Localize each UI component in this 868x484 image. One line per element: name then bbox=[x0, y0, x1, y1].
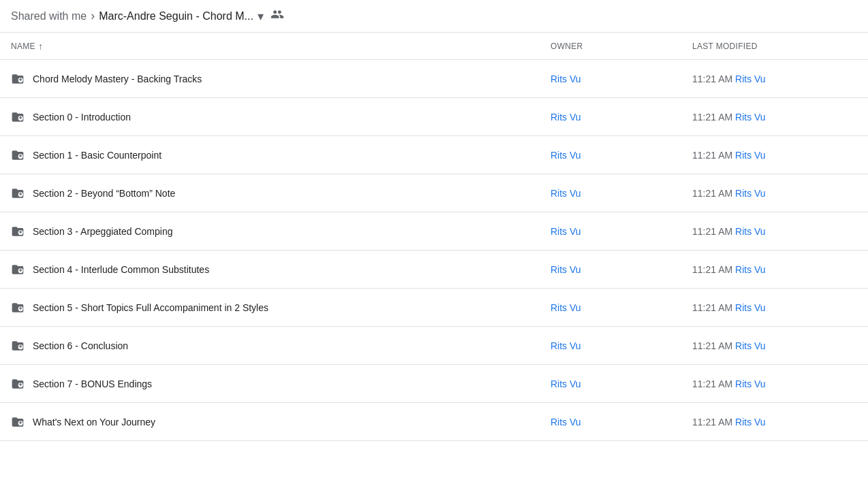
table-row[interactable]: Section 2 - Beyond “Bottom” Note Rits Vu… bbox=[0, 174, 868, 212]
table-row[interactable]: Section 4 - Interlude Common Substitutes… bbox=[0, 251, 868, 289]
breadcrumb-current-label[interactable]: Marc-Andre Seguin - Chord M... bbox=[99, 10, 253, 22]
shared-folder-icon bbox=[11, 263, 25, 276]
row-modified: 11:21 AM Rits Vu bbox=[687, 74, 857, 84]
breadcrumb-shared-with-me[interactable]: Shared with me bbox=[11, 10, 87, 22]
table-header: Name ↑ Owner Last modified bbox=[0, 33, 868, 60]
table-row[interactable]: Chord Melody Mastery - Backing Tracks Ri… bbox=[0, 60, 868, 98]
row-modified-by[interactable]: Rits Vu bbox=[735, 302, 766, 313]
row-modified-time: 11:21 AM bbox=[692, 417, 735, 427]
row-owner[interactable]: Rits Vu bbox=[551, 226, 687, 237]
row-modified-time: 11:21 AM bbox=[692, 378, 735, 389]
row-modified-by[interactable]: Rits Vu bbox=[735, 188, 766, 199]
row-file-name: Section 5 - Short Topics Full Accompanim… bbox=[33, 302, 268, 313]
row-file-name: Section 2 - Beyond “Bottom” Note bbox=[33, 188, 175, 199]
row-modified: 11:21 AM Rits Vu bbox=[687, 378, 857, 389]
shared-folder-icon bbox=[11, 187, 25, 200]
row-modified: 11:21 AM Rits Vu bbox=[687, 264, 857, 275]
shared-folder-icon bbox=[11, 148, 25, 162]
row-modified-time: 11:21 AM bbox=[692, 340, 735, 351]
row-owner[interactable]: Rits Vu bbox=[551, 302, 687, 313]
breadcrumb-dropdown-icon[interactable]: ▾ bbox=[258, 9, 264, 24]
row-file-name: Section 4 - Interlude Common Substitutes bbox=[33, 264, 209, 275]
breadcrumb: Shared with me › Marc-Andre Seguin - Cho… bbox=[0, 0, 868, 33]
table-row[interactable]: Section 5 - Short Topics Full Accompanim… bbox=[0, 289, 868, 327]
row-modified-by[interactable]: Rits Vu bbox=[735, 74, 766, 84]
shared-folder-icon bbox=[11, 72, 25, 86]
row-name-cell: Section 7 - BONUS Endings bbox=[11, 377, 551, 391]
row-modified-by[interactable]: Rits Vu bbox=[735, 417, 766, 427]
row-file-name: Section 6 - Conclusion bbox=[33, 340, 128, 351]
row-file-name: Section 7 - BONUS Endings bbox=[33, 378, 152, 389]
table-row[interactable]: Section 3 - Arpeggiated Comping Rits Vu … bbox=[0, 212, 868, 251]
shared-folder-icon bbox=[11, 339, 25, 353]
row-name-cell: Section 6 - Conclusion bbox=[11, 339, 551, 353]
row-modified-by[interactable]: Rits Vu bbox=[735, 150, 766, 161]
column-last-modified-label: Last modified bbox=[692, 42, 758, 51]
row-modified: 11:21 AM Rits Vu bbox=[687, 417, 857, 427]
row-modified-time: 11:21 AM bbox=[692, 188, 735, 199]
row-owner[interactable]: Rits Vu bbox=[551, 188, 687, 199]
shared-folder-icon bbox=[11, 415, 25, 429]
shared-folder-icon bbox=[11, 225, 25, 238]
row-owner[interactable]: Rits Vu bbox=[551, 378, 687, 389]
row-file-name: Section 0 - Introduction bbox=[33, 112, 131, 123]
column-owner-label: Owner bbox=[551, 42, 583, 51]
row-modified-by[interactable]: Rits Vu bbox=[735, 264, 766, 275]
row-owner[interactable]: Rits Vu bbox=[551, 150, 687, 161]
row-name-cell: Section 5 - Short Topics Full Accompanim… bbox=[11, 301, 551, 314]
row-modified-time: 11:21 AM bbox=[692, 112, 735, 123]
column-owner[interactable]: Owner bbox=[551, 42, 687, 51]
row-name-cell: Section 3 - Arpeggiated Comping bbox=[11, 225, 551, 238]
row-modified: 11:21 AM Rits Vu bbox=[687, 340, 857, 351]
row-modified-time: 11:21 AM bbox=[692, 150, 735, 161]
row-modified: 11:21 AM Rits Vu bbox=[687, 112, 857, 123]
row-file-name: Section 3 - Arpeggiated Comping bbox=[33, 226, 172, 237]
row-modified-by[interactable]: Rits Vu bbox=[735, 340, 766, 351]
row-name-cell: Section 0 - Introduction bbox=[11, 110, 551, 124]
row-name-cell: What's Next on Your Journey bbox=[11, 415, 551, 429]
row-modified-time: 11:21 AM bbox=[692, 264, 735, 275]
row-name-cell: Section 4 - Interlude Common Substitutes bbox=[11, 263, 551, 276]
breadcrumb-separator: › bbox=[89, 9, 96, 23]
row-modified: 11:21 AM Rits Vu bbox=[687, 188, 857, 199]
row-owner[interactable]: Rits Vu bbox=[551, 74, 687, 84]
row-modified-by[interactable]: Rits Vu bbox=[735, 378, 766, 389]
sort-ascending-icon: ↑ bbox=[38, 41, 43, 52]
row-name-cell: Section 1 - Basic Counterpoint bbox=[11, 148, 551, 162]
table-row[interactable]: Section 7 - BONUS Endings Rits Vu 11:21 … bbox=[0, 365, 868, 403]
row-file-name: What's Next on Your Journey bbox=[33, 417, 155, 427]
shared-folder-icon bbox=[11, 377, 25, 391]
row-modified-time: 11:21 AM bbox=[692, 302, 735, 313]
row-modified-by[interactable]: Rits Vu bbox=[735, 112, 766, 123]
row-owner[interactable]: Rits Vu bbox=[551, 112, 687, 123]
table-row[interactable]: Section 0 - Introduction Rits Vu 11:21 A… bbox=[0, 98, 868, 136]
row-modified-by[interactable]: Rits Vu bbox=[735, 226, 766, 237]
table-row[interactable]: What's Next on Your Journey Rits Vu 11:2… bbox=[0, 403, 868, 441]
table-row[interactable]: Section 1 - Basic Counterpoint Rits Vu 1… bbox=[0, 136, 868, 174]
breadcrumb-current-folder: Marc-Andre Seguin - Chord M... ▾ bbox=[99, 7, 284, 25]
row-modified-time: 11:21 AM bbox=[692, 74, 735, 84]
table-row[interactable]: Section 6 - Conclusion Rits Vu 11:21 AM … bbox=[0, 327, 868, 365]
row-modified: 11:21 AM Rits Vu bbox=[687, 150, 857, 161]
shared-folder-icon bbox=[11, 301, 25, 314]
column-name[interactable]: Name ↑ bbox=[11, 41, 551, 52]
row-owner[interactable]: Rits Vu bbox=[551, 417, 687, 427]
shared-folder-icon bbox=[11, 110, 25, 124]
row-owner[interactable]: Rits Vu bbox=[551, 340, 687, 351]
row-file-name: Chord Melody Mastery - Backing Tracks bbox=[33, 74, 202, 84]
column-name-label: Name bbox=[11, 42, 35, 51]
row-modified-time: 11:21 AM bbox=[692, 226, 735, 237]
row-name-cell: Chord Melody Mastery - Backing Tracks bbox=[11, 72, 551, 86]
breadcrumb-people-icon[interactable] bbox=[270, 7, 284, 25]
row-modified: 11:21 AM Rits Vu bbox=[687, 302, 857, 313]
row-name-cell: Section 2 - Beyond “Bottom” Note bbox=[11, 187, 551, 200]
column-last-modified[interactable]: Last modified bbox=[687, 42, 857, 51]
row-file-name: Section 1 - Basic Counterpoint bbox=[33, 150, 161, 161]
row-modified: 11:21 AM Rits Vu bbox=[687, 226, 857, 237]
row-owner[interactable]: Rits Vu bbox=[551, 264, 687, 275]
table-body: Chord Melody Mastery - Backing Tracks Ri… bbox=[0, 60, 868, 441]
